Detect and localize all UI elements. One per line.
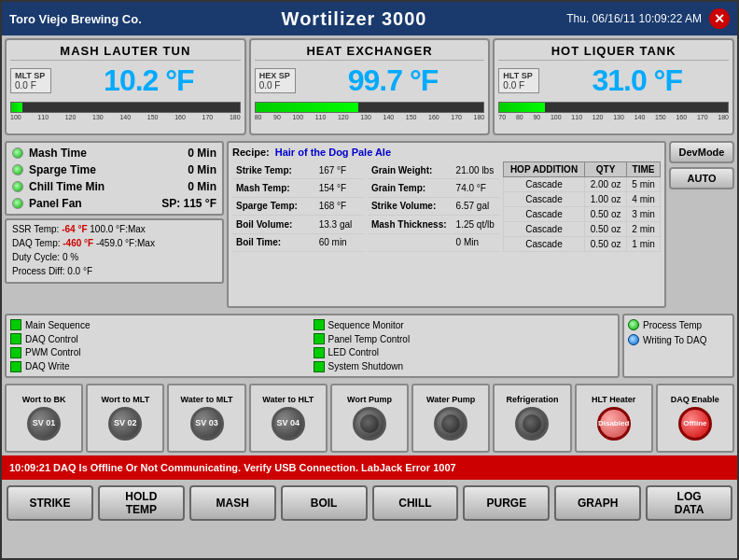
mode-btn-devmode[interactable]: DevMode xyxy=(669,141,734,163)
recipe-table-right: Grain Weight:21.00 lbsGrain Temp:74.0 °F… xyxy=(368,161,499,252)
proc-label-1: Writing To DAQ xyxy=(643,335,707,345)
valve-item-7[interactable]: HLT Heater Disabled xyxy=(575,384,653,453)
header-right: Thu. 06/16/11 10:09:22 AM ✕ xyxy=(566,8,730,29)
valve-item-6[interactable]: Refrigeration xyxy=(493,384,571,453)
ind-label-5: LED Control xyxy=(328,347,379,357)
recipe-left-row-0: Strike Temp:167 °F xyxy=(232,161,364,179)
indicator-1: Sequence Monitor xyxy=(314,319,615,331)
hop-row-4: Cascade0.50 oz1 min xyxy=(503,237,660,252)
tank-panel-2: HOT LIQUER TANK HLT SP 0.0 F 31.0 °F 708… xyxy=(493,38,734,135)
valve-label-0: Wort to BK xyxy=(22,396,66,405)
process-item-1: Writing To DAQ xyxy=(628,334,729,345)
valve-knob-5[interactable] xyxy=(434,407,467,441)
valve-label-6: Refrigeration xyxy=(506,396,558,405)
proc-label-0: Process Temp xyxy=(643,320,702,330)
ind-label-0: Main Sequence xyxy=(25,320,91,330)
bottom-btn-graph[interactable]: GRAPH xyxy=(554,485,641,521)
timer-val-2: 0 Min xyxy=(170,180,216,193)
fan-row: Panel Fan SP: 115 °F xyxy=(12,197,216,210)
bottom-btn-hold-temp[interactable]: HOLD TEMP xyxy=(98,485,185,521)
ssr-temp-row: SSR Temp: -64 °F 100.0 °F:Max xyxy=(12,224,216,234)
valve-item-3[interactable]: Water to HLT SV 04 xyxy=(249,384,328,453)
timer-label-2: Chill Time Min xyxy=(29,180,164,193)
valve-label-8: DAQ Enable xyxy=(671,396,719,405)
tank-scale-1: 8090100110120130140150160170180 xyxy=(255,114,485,120)
timer-label-1: Sparge Time xyxy=(29,163,164,176)
valve-item-2[interactable]: Water to MLT SV 03 xyxy=(167,384,245,453)
recipe-table-left: Strike Temp:167 °FMash Temp:154 °FSparge… xyxy=(232,161,364,252)
recipe-header: Recipe: Hair of the Dog Pale Ale xyxy=(232,147,661,158)
bottom-btn-chill[interactable]: CHILL xyxy=(372,485,459,521)
valve-item-4[interactable]: Wort Pump xyxy=(330,384,409,453)
bottom-btn-purge[interactable]: PURGE xyxy=(463,485,550,521)
mode-buttons: DevModeAUTO xyxy=(669,141,734,308)
tank-sp-1[interactable]: HEX SP 0.0 F xyxy=(255,68,296,93)
ind-square-6 xyxy=(10,361,21,372)
timer-led-0 xyxy=(12,147,23,159)
close-button[interactable]: ✕ xyxy=(709,8,730,29)
valve-label-1: Wort to MLT xyxy=(102,396,150,405)
recipe-right-row-1: Grain Temp:74.0 °F xyxy=(368,179,499,197)
valve-item-1[interactable]: Wort to MLT SV 02 xyxy=(86,384,164,453)
bottom-btn-strike[interactable]: STRIKE xyxy=(7,485,93,521)
recipe-right-row-4: 0 Min xyxy=(368,233,499,251)
valve-knob-0[interactable]: SV 01 xyxy=(27,407,61,441)
valve-knob-4[interactable] xyxy=(353,407,386,441)
fan-val: SP: 115 °F xyxy=(161,197,216,210)
valve-knob-1[interactable]: SV 02 xyxy=(108,407,142,441)
timer-val-1: 0 Min xyxy=(170,163,216,176)
bottom-buttons-row: STRIKEHOLD TEMPMASHBOILCHILLPURGEGRAPHLO… xyxy=(2,480,737,526)
fan-led xyxy=(12,198,23,209)
recipe-left-row-2: Sparge Temp:168 °F xyxy=(232,197,364,215)
bottom-btn-log-data[interactable]: LOG DATA xyxy=(646,485,732,521)
bottom-btn-boil[interactable]: BOIL xyxy=(281,485,368,521)
recipe-panel: Recipe: Hair of the Dog Pale Ale Strike … xyxy=(227,141,666,308)
tank-scale-0: 100110120130140150160170180 xyxy=(10,114,241,120)
tank-title-1: HEAT EXCHANGER xyxy=(255,44,485,61)
bottom-btn-mash[interactable]: MASH xyxy=(189,485,276,521)
ind-square-4 xyxy=(10,347,21,358)
valve-item-5[interactable]: Water Pump xyxy=(411,384,490,453)
process-item-0: Process Temp xyxy=(628,319,729,330)
indicator-0: Main Sequence xyxy=(10,319,312,331)
proc-dot-1 xyxy=(628,334,639,345)
valve-knob-2[interactable]: SV 03 xyxy=(190,407,224,441)
proc-diff-row: Process Diff: 0.0 °F xyxy=(12,266,216,276)
valve-label-4: Wort Pump xyxy=(347,396,392,405)
recipe-body: Strike Temp:167 °FMash Temp:154 °FSparge… xyxy=(232,161,661,252)
valve-knob-7[interactable]: Disabled xyxy=(597,407,631,441)
company-name: Toro Viejo Brewing Co. xyxy=(9,12,142,26)
recipe-right-row-3: Mash Thickness:1.25 qt/lb xyxy=(368,216,499,233)
valve-label-7: HLT Heater xyxy=(592,396,635,405)
indicator-2: DAQ Control xyxy=(10,333,312,345)
tank-temp-1: 99.7 °F xyxy=(301,63,485,98)
valve-knob-6[interactable] xyxy=(515,407,549,441)
tank-sp-0[interactable]: MLT SP 0.0 F xyxy=(10,68,51,93)
valve-knob-3[interactable]: SV 04 xyxy=(272,407,305,441)
valve-knob-8[interactable]: Offline xyxy=(678,407,712,441)
recipe-name: Hair of the Dog Pale Ale xyxy=(275,147,391,158)
timer-label-0: Mash Time xyxy=(29,147,164,160)
left-panel: Mash Time 0 Min Sparge Time 0 Min Chill … xyxy=(5,141,224,308)
tank-sp-2[interactable]: HLT SP 0.0 F xyxy=(498,68,539,93)
tank-body-1: HEX SP 0.0 F 99.7 °F xyxy=(255,63,485,98)
ind-square-1 xyxy=(314,319,325,330)
ind-square-3 xyxy=(314,333,325,344)
valve-item-8[interactable]: DAQ Enable Offline xyxy=(656,384,734,453)
hop-row-2: Cascade0.50 oz3 min xyxy=(503,207,660,222)
proc-dot-0 xyxy=(628,319,639,330)
mode-btn-auto[interactable]: AUTO xyxy=(669,167,734,189)
tank-scale-2: 708090100110120130140150160170180 xyxy=(498,114,729,120)
tank-bar-0 xyxy=(10,102,241,113)
recipe-right-row-0: Grain Weight:21.00 lbs xyxy=(368,161,499,179)
valve-label-5: Water Pump xyxy=(426,396,475,405)
recipe-left-row-1: Mash Temp:154 °F xyxy=(232,179,364,197)
fan-label: Panel Fan xyxy=(29,197,156,210)
tank-title-2: HOT LIQUER TANK xyxy=(498,44,729,61)
hop-table-container: HOP ADDITIONQTYTIME Cascade2.00 oz5 minC… xyxy=(503,161,661,252)
valves-row: Wort to BK SV 01 Wort to MLT SV 02 Water… xyxy=(2,381,737,455)
controls-row: Main Sequence Sequence Monitor DAQ Contr… xyxy=(2,311,737,381)
timer-led-2 xyxy=(12,181,23,192)
valve-item-0[interactable]: Wort to BK SV 01 xyxy=(5,384,83,453)
tank-temp-2: 31.0 °F xyxy=(545,63,729,98)
